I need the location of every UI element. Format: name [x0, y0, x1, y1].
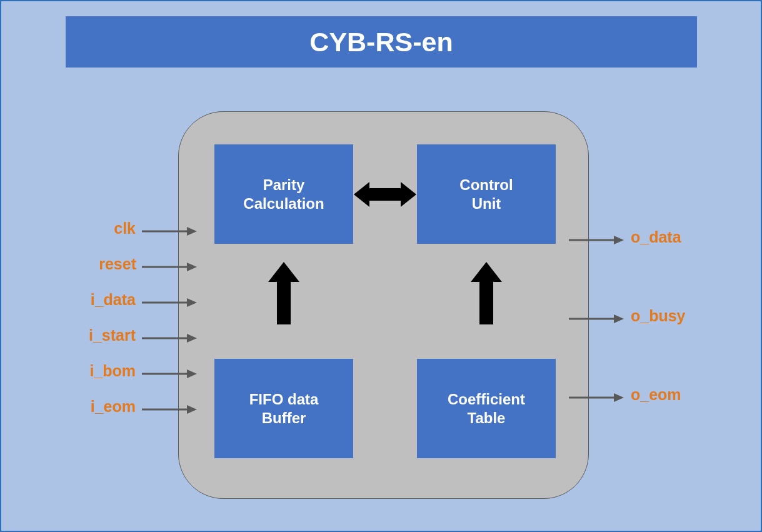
arrow-in-ieom-icon: [142, 403, 197, 416]
block-parity-line2: Calculation: [243, 194, 324, 213]
block-control-line2: Unit: [472, 194, 501, 213]
block-parity-line1: Parity: [263, 176, 305, 194]
svg-marker-1: [268, 262, 299, 324]
svg-marker-8: [187, 298, 197, 307]
svg-marker-6: [187, 263, 197, 271]
title-bar: CYB-RS-en: [66, 16, 697, 68]
title-text: CYB-RS-en: [309, 27, 453, 58]
arrow-up-coeff-icon: [471, 262, 502, 324]
block-coeff-line1: Coefficient: [448, 390, 525, 409]
arrow-in-idata-icon: [142, 296, 197, 309]
arrow-in-clk-icon: [142, 224, 197, 238]
signal-i-bom: i_bom: [78, 362, 136, 380]
signal-o-eom: o_eom: [631, 386, 681, 404]
arrow-bidirectional-icon: [354, 179, 416, 210]
block-fifo-line2: Buffer: [262, 409, 306, 428]
signal-o-busy: o_busy: [631, 307, 686, 325]
block-coeff-line2: Table: [468, 409, 506, 428]
svg-marker-14: [187, 405, 197, 414]
signal-reset: reset: [86, 255, 136, 273]
svg-marker-2: [471, 262, 502, 324]
signal-i-eom: i_eom: [78, 398, 136, 416]
svg-marker-10: [187, 334, 197, 343]
svg-marker-18: [614, 314, 624, 323]
svg-marker-0: [354, 182, 416, 207]
block-fifo-line1: FIFO data: [249, 390, 319, 409]
signal-i-data: i_data: [78, 291, 136, 309]
svg-marker-12: [187, 369, 197, 378]
block-fifo-buffer: FIFO data Buffer: [214, 359, 353, 458]
block-parity-calculation: Parity Calculation: [214, 144, 353, 244]
svg-marker-16: [614, 236, 624, 244]
arrow-in-ibom-icon: [142, 367, 197, 381]
block-control-line1: Control: [459, 176, 513, 194]
arrow-out-obusy-icon: [569, 312, 624, 326]
block-coefficient-table: Coefficient Table: [417, 359, 556, 458]
block-control-unit: Control Unit: [417, 144, 556, 244]
signal-clk: clk: [101, 219, 136, 238]
arrow-out-odata-icon: [569, 233, 624, 247]
module-container: Parity Calculation Control Unit FIFO dat…: [178, 111, 589, 499]
svg-marker-20: [614, 393, 624, 402]
signal-i-start: i_start: [74, 326, 136, 344]
arrow-in-reset-icon: [142, 260, 197, 274]
arrow-up-fifo-icon: [268, 262, 299, 324]
signal-o-data: o_data: [631, 228, 681, 246]
arrow-in-istart-icon: [142, 331, 197, 345]
svg-marker-4: [187, 227, 197, 236]
arrow-out-oeom-icon: [569, 391, 624, 404]
